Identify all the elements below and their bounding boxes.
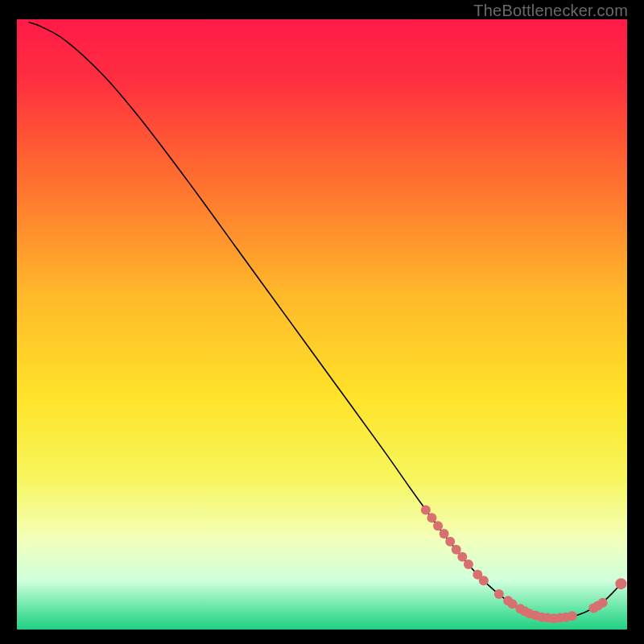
data-marker (440, 529, 449, 539)
chart-canvas (17, 19, 627, 630)
data-marker (615, 578, 626, 589)
attribution-text: TheBottlenecker.com (473, 2, 628, 20)
data-marker (568, 611, 577, 621)
data-marker (433, 521, 443, 530)
data-marker (464, 559, 473, 569)
data-marker (427, 513, 436, 522)
data-marker (598, 598, 608, 608)
data-marker (421, 505, 431, 514)
data-marker (494, 589, 504, 599)
data-marker (479, 576, 489, 585)
bottleneck-chart (17, 19, 627, 630)
chart-background (17, 19, 627, 630)
data-marker (445, 537, 455, 547)
